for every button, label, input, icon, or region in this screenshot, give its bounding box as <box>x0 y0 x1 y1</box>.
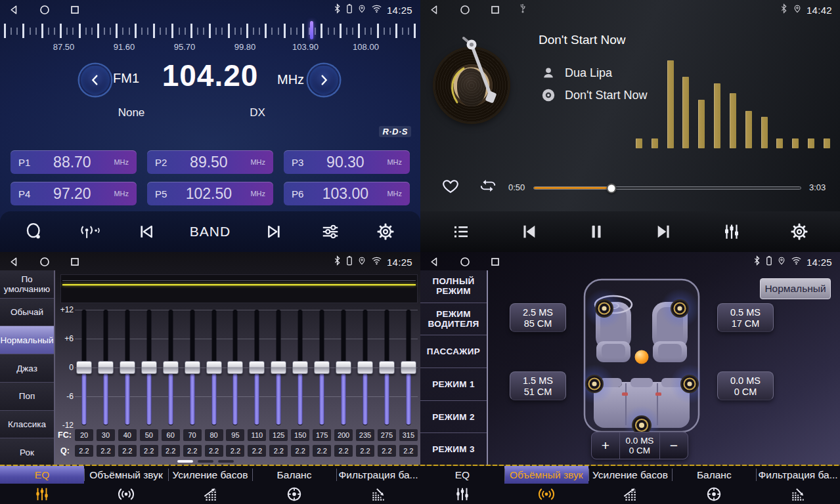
fc-value-chip[interactable]: 235 <box>356 429 374 441</box>
rear-right-delay-button[interactable]: 0.0 MS0 CM <box>717 371 774 400</box>
rear-left-delay-button[interactable]: 1.5 MS51 CM <box>510 371 566 400</box>
equalizer-button[interactable] <box>712 216 751 247</box>
preset-button-p3[interactable]: P390.30MHz <box>284 150 410 174</box>
fc-value-chip[interactable]: 150 <box>291 429 309 441</box>
fc-value-chip[interactable]: 275 <box>378 429 396 441</box>
mode-passenger[interactable]: ПАССАЖИР <box>420 335 487 368</box>
nav-home-button[interactable] <box>38 3 51 16</box>
nav-home-button[interactable] <box>458 255 472 268</box>
next-station-button[interactable] <box>255 216 294 247</box>
tab-crossover[interactable]: Фильтрация ба... <box>756 466 840 504</box>
q-value-chip[interactable]: 2.2 <box>183 445 202 457</box>
slider-thumb[interactable] <box>357 361 373 374</box>
slider-thumb[interactable] <box>227 361 243 374</box>
q-value-chip[interactable]: 2.2 <box>334 445 353 457</box>
tab-surround[interactable]: Объёмный звук <box>504 466 588 504</box>
eq-band-slider[interactable] <box>226 310 244 425</box>
eq-band-slider[interactable] <box>269 310 288 425</box>
tab-bass-boost[interactable]: Усиление басов <box>588 466 673 504</box>
eq-band-slider[interactable] <box>118 310 137 425</box>
audio-settings-button[interactable] <box>311 216 350 247</box>
preset-button-p4[interactable]: P497.20MHz <box>11 182 137 205</box>
slider-thumb[interactable] <box>292 361 308 374</box>
sound-preset-button[interactable]: Нормальный <box>760 278 831 299</box>
eq-band-slider[interactable] <box>291 310 309 425</box>
eq-band-slider[interactable] <box>378 310 396 425</box>
eq-band-slider[interactable] <box>97 310 115 425</box>
eq-band-slider[interactable] <box>162 310 180 425</box>
fc-value-chip[interactable]: 50 <box>140 429 158 441</box>
front-left-delay-button[interactable]: 2.5 MS85 CM <box>510 303 566 332</box>
fc-value-chip[interactable]: 60 <box>162 429 180 441</box>
eq-band-slider[interactable] <box>183 310 202 425</box>
nav-back-button[interactable] <box>8 3 21 16</box>
slider-thumb[interactable] <box>76 361 92 374</box>
q-value-chip[interactable]: 2.2 <box>378 445 396 457</box>
scan-search-button[interactable] <box>14 216 54 247</box>
preset-button-p2[interactable]: P289.50MHz <box>147 150 273 174</box>
eq-preset-pop[interactable]: Поп <box>0 383 54 411</box>
preset-button-p6[interactable]: P6103.00MHz <box>284 182 410 205</box>
repeat-button[interactable] <box>478 177 498 197</box>
pause-button[interactable] <box>577 216 616 247</box>
fc-value-chip[interactable]: 125 <box>269 429 288 441</box>
q-value-chip[interactable]: 2.2 <box>205 445 223 457</box>
previous-track-button[interactable] <box>509 216 548 247</box>
nav-recents-button[interactable] <box>68 3 81 16</box>
preset-button-p5[interactable]: P5102.50MHz <box>147 182 273 205</box>
nav-back-button[interactable] <box>428 3 441 16</box>
fc-value-chip[interactable]: 200 <box>334 429 353 441</box>
q-value-chip[interactable]: 2.2 <box>291 445 309 457</box>
eq-band-slider[interactable] <box>356 310 374 425</box>
fc-value-chip[interactable]: 20 <box>75 429 93 441</box>
fc-value-chip[interactable]: 315 <box>399 429 418 441</box>
slider-thumb[interactable] <box>120 361 135 374</box>
tune-down-button[interactable] <box>79 64 111 96</box>
tune-up-button[interactable] <box>308 64 340 96</box>
mode-full[interactable]: ПОЛНЫЙ РЕЖИМ <box>420 270 487 303</box>
progress-thumb[interactable] <box>606 183 616 193</box>
next-track-button[interactable] <box>644 216 684 247</box>
front-right-delay-button[interactable]: 0.5 MS17 CM <box>717 303 774 332</box>
q-value-chip[interactable]: 2.2 <box>356 445 374 457</box>
q-value-chip[interactable]: 2.2 <box>75 445 93 457</box>
eq-band-slider[interactable] <box>248 310 266 425</box>
tab-balance[interactable]: Баланс <box>252 466 336 504</box>
fc-value-chip[interactable]: 110 <box>248 429 266 441</box>
eq-band-slider[interactable] <box>313 310 331 425</box>
q-value-chip[interactable]: 2.2 <box>97 445 115 457</box>
nav-recents-button[interactable] <box>489 3 502 16</box>
nav-back-button[interactable] <box>428 255 441 268</box>
tab-eq[interactable]: EQ <box>0 466 84 504</box>
slider-thumb[interactable] <box>336 361 351 374</box>
tab-surround[interactable]: Объёмный звук <box>84 466 168 504</box>
q-value-chip[interactable]: 2.2 <box>118 445 137 457</box>
q-value-chip[interactable]: 2.2 <box>140 445 158 457</box>
eq-band-slider[interactable] <box>399 310 418 425</box>
fc-value-chip[interactable]: 70 <box>183 429 202 441</box>
slider-thumb[interactable] <box>379 361 395 374</box>
q-value-chip[interactable]: 2.2 <box>399 445 418 457</box>
eq-band-slider[interactable] <box>140 310 158 425</box>
settings-button[interactable] <box>780 216 819 247</box>
slider-thumb[interactable] <box>314 361 330 374</box>
band-button[interactable]: BAND <box>182 216 238 247</box>
eq-band-slider[interactable] <box>75 310 93 425</box>
mode-3[interactable]: РЕЖИМ 3 <box>420 433 487 466</box>
eq-band-slider[interactable] <box>205 310 223 425</box>
eq-preset-rock[interactable]: Рок <box>0 438 54 466</box>
q-value-chip[interactable]: 2.2 <box>269 445 288 457</box>
increase-delay-button[interactable]: + <box>592 432 619 459</box>
decrease-delay-button[interactable]: − <box>660 432 688 459</box>
tab-crossover[interactable]: Фильтрация ба... <box>336 466 420 504</box>
settings-button[interactable] <box>366 216 405 247</box>
fc-value-chip[interactable]: 80 <box>205 429 223 441</box>
slider-thumb[interactable] <box>141 361 157 374</box>
nav-home-button[interactable] <box>38 255 51 268</box>
slider-thumb[interactable] <box>206 361 222 374</box>
slider-thumb[interactable] <box>98 361 114 374</box>
progress-bar[interactable] <box>533 186 801 190</box>
nav-home-button[interactable] <box>458 3 472 16</box>
eq-preset-default[interactable]: По умолчанию <box>0 270 54 299</box>
nav-recents-button[interactable] <box>489 255 502 268</box>
